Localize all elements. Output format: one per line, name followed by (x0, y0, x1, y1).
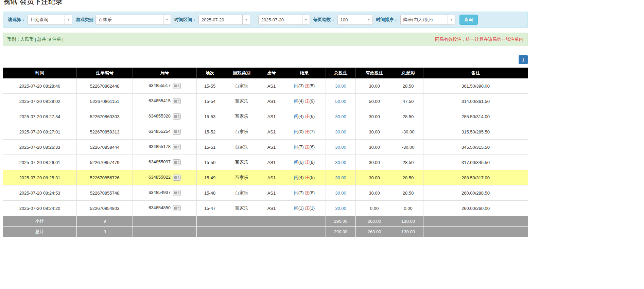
total-bet-link[interactable]: 30.00 (335, 145, 346, 150)
result-banker-score: (5) (309, 175, 315, 180)
page-size-input[interactable] (338, 15, 365, 24)
cell-payout: -30.00 (393, 124, 423, 140)
cell-valid-bet: 30.00 (356, 124, 393, 140)
total-total-bet: 290.00 (326, 227, 356, 237)
subtotal-count: 9 (77, 216, 133, 227)
cell-result: 闲(4) 庄(9) (283, 94, 326, 109)
cell-table-no: AS1 (260, 109, 283, 124)
cell-payout: 47.50 (393, 94, 423, 109)
cell-bet-id: 522670855748 (77, 185, 133, 201)
total-valid-bet: 260.00 (356, 227, 393, 237)
result-player-score: (1) (298, 205, 305, 211)
round-replay-icon[interactable] (173, 144, 181, 150)
total-bet-link[interactable]: 30.00 (335, 175, 346, 180)
result-player-score: (4) (298, 114, 305, 119)
result-banker-label: 庄 (305, 205, 309, 211)
cell-game-type: 百家乐 (223, 124, 260, 140)
cell-result: 闲(7) 庄(8) (283, 185, 326, 201)
total-bet-link[interactable]: 30.00 (335, 84, 346, 89)
result-banker-label: 庄 (305, 175, 309, 180)
chevron-down-icon[interactable]: ▼ (365, 15, 372, 24)
cell-note: 315.50/285.50 (423, 124, 528, 140)
chevron-down-icon[interactable]: ▼ (302, 15, 310, 24)
cell-session: 15-55 (197, 78, 223, 94)
cell-game-type: 百家乐 (223, 94, 260, 109)
round-replay-icon[interactable] (173, 190, 181, 196)
date-to-input[interactable] (259, 15, 302, 24)
cell-note: 314.00/361.50 (423, 94, 528, 109)
date-from-combobox[interactable]: ▼ (198, 15, 250, 25)
chevron-down-icon[interactable]: ▼ (163, 15, 171, 24)
table-row: 2025-07-20 08:24:53522670855748634854937… (3, 185, 528, 201)
cell-result: 闲(0) 庄(7) (283, 124, 326, 140)
time-sort-combobox[interactable]: ▼ (400, 15, 455, 25)
cell-session: 15-51 (197, 140, 223, 155)
total-bet-link[interactable]: 30.00 (335, 206, 346, 211)
time-sort-input[interactable] (401, 15, 448, 24)
result-player-label: 闲 (294, 144, 298, 149)
chevron-down-icon[interactable]: ▼ (448, 15, 455, 24)
query-type-input[interactable] (28, 15, 65, 24)
result-banker-label: 庄 (305, 129, 309, 134)
cell-note: 288.50/317.00 (423, 170, 528, 185)
search-button[interactable]: 查询 (459, 15, 478, 25)
round-replay-icon[interactable] (173, 83, 181, 89)
cell-note: 345.50/315.50 (423, 140, 528, 155)
total-bet-link[interactable]: 30.00 (335, 160, 346, 165)
cell-session: 15-47 (197, 201, 223, 216)
cell-payout: 28.50 (393, 185, 423, 201)
page-button-1[interactable]: 1 (519, 55, 528, 64)
cell-time: 2025-07-20 08:25:31 (3, 170, 77, 185)
chevron-down-icon[interactable]: ▼ (242, 15, 250, 24)
game-type-combobox[interactable]: ▼ (95, 15, 171, 25)
round-replay-icon[interactable] (173, 159, 181, 165)
cell-time: 2025-07-20 08:28:46 (3, 78, 77, 94)
total-bet-link[interactable]: 30.00 (335, 114, 346, 119)
cell-payout: -30.00 (393, 140, 423, 155)
cell-bet-id: 522670858444 (77, 140, 133, 155)
round-replay-icon[interactable] (173, 98, 181, 104)
date-to-combobox[interactable]: ▼ (258, 15, 310, 25)
result-player-label: 闲 (294, 160, 298, 165)
cell-time: 2025-07-20 08:24:20 (3, 201, 77, 216)
cell-total-bet: 50.00 (326, 94, 356, 109)
table-row: 2025-07-20 08:25:31522670856726634855022… (3, 170, 528, 185)
round-replay-icon[interactable] (173, 175, 181, 181)
cell-valid-bet: 0.00 (356, 201, 393, 216)
cell-time: 2025-07-20 08:24:53 (3, 185, 77, 201)
result-banker-score: (9) (309, 98, 315, 104)
cell-game-type: 百家乐 (223, 201, 260, 216)
header-note: 备注 (423, 68, 528, 78)
date-from-input[interactable] (199, 15, 242, 24)
query-type-combobox[interactable]: ▼ (28, 15, 72, 25)
table-row: 2025-07-20 08:24:20522670854803634854850… (3, 201, 528, 216)
round-id-text: 634855178 (149, 144, 171, 149)
cell-result: 闲(4) 庄(5) (283, 170, 326, 185)
cell-bet-id: 522670862448 (77, 78, 133, 94)
result-banker-score: (6) (309, 114, 315, 119)
bet-records-table: 时间 注单编号 局号 场次 游戏类别 桌号 结果 总投注 有效投注 总派彩 备注… (3, 68, 528, 237)
cell-session: 15-54 (197, 94, 223, 109)
game-type-input[interactable] (96, 15, 163, 24)
total-bet-link[interactable]: 30.00 (335, 191, 346, 196)
cell-valid-bet: 50.00 (356, 94, 393, 109)
cell-valid-bet: 30.00 (356, 185, 393, 201)
cell-total-bet: 30.00 (326, 124, 356, 140)
cell-round-id: 634854850 (133, 201, 197, 216)
currency-total-text: 币别：人民币 | 总共 :9 注单 | (7, 36, 64, 42)
round-replay-icon[interactable] (173, 205, 181, 211)
total-bet-link[interactable]: 50.00 (335, 99, 346, 104)
cell-payout: 28.50 (393, 109, 423, 124)
result-player-score: (0) (298, 129, 305, 134)
result-banker-label: 庄 (305, 144, 309, 149)
total-bet-link[interactable]: 30.00 (335, 129, 346, 134)
result-player-label: 闲 (294, 175, 298, 180)
round-replay-icon[interactable] (173, 113, 181, 120)
subtotal-empty-cell (423, 216, 528, 227)
round-replay-icon[interactable] (173, 129, 181, 135)
page-size-combobox[interactable]: ▼ (337, 15, 373, 25)
round-id-text: 634855328 (149, 113, 171, 119)
cell-total-bet: 30.00 (326, 155, 356, 170)
cell-result: 闲(1) 庄(1) (283, 201, 326, 216)
chevron-down-icon[interactable]: ▼ (65, 15, 72, 24)
